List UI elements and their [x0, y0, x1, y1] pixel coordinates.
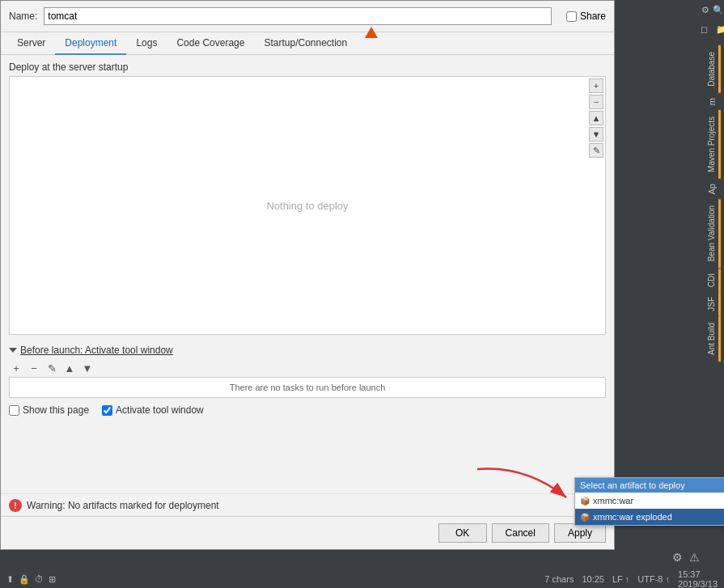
- tab-m[interactable]: m: [705, 93, 721, 110]
- artifact-item-war-exploded[interactable]: 📦 xmmc:war exploded: [575, 509, 724, 525]
- warning-triangle-icon: [365, 27, 378, 38]
- launch-edit-btn[interactable]: ✎: [44, 361, 59, 375]
- status-position: 10:25: [582, 574, 604, 584]
- before-launch-toolbar: + − ✎ ▲ ▼: [9, 359, 606, 377]
- dialog-footer: OK Cancel Apply: [1, 516, 614, 549]
- bottom-warning-icon[interactable]: ⚠: [689, 551, 700, 564]
- sidebar-folder-icon[interactable]: 📁: [714, 23, 725, 36]
- warning-icon: !: [9, 499, 22, 512]
- before-launch-header[interactable]: Before launch: Activate tool window: [9, 341, 606, 359]
- apply-button[interactable]: Apply: [554, 523, 606, 543]
- status-encoding: UTF-8 ↑: [637, 574, 670, 584]
- bottom-icons-area: ⚙ ⚠: [672, 551, 700, 564]
- deploy-edit-btn[interactable]: ✎: [589, 143, 603, 158]
- deploy-section-label: Deploy at the server startup: [9, 61, 606, 73]
- status-up-icon: ⬆: [6, 574, 14, 585]
- share-checkbox[interactable]: [566, 11, 577, 22]
- launch-remove-btn[interactable]: −: [27, 361, 41, 375]
- artifact-war-exploded-icon: 📦: [580, 513, 590, 522]
- launch-down-btn[interactable]: ▼: [80, 361, 95, 375]
- deploy-down-btn[interactable]: ▼: [589, 127, 603, 142]
- show-page-checkbox[interactable]: [9, 405, 19, 416]
- share-area: Share: [566, 11, 606, 22]
- warning-row: ! Warning: No artifacts marked for deplo…: [1, 493, 614, 517]
- deploy-area: Nothing to deploy + − ▲ ▼ ✎: [9, 76, 606, 335]
- bottom-gear-icon[interactable]: ⚙: [672, 551, 683, 564]
- warning-text: Warning: No artifacts marked for deploym…: [27, 500, 219, 511]
- right-sidebar: ⚙ 🔍 ◻ 📁 Database m Maven Projects Ap Bea…: [701, 0, 724, 477]
- artifact-war-label: xmmc:war: [593, 496, 633, 506]
- tab-startup[interactable]: Startup/Connection: [254, 32, 357, 55]
- before-launch-chevron-icon: [9, 348, 17, 353]
- tab-ap[interactable]: Ap: [705, 179, 721, 199]
- status-window-icon: ⊞: [49, 574, 56, 585]
- tab-maven[interactable]: Maven Projects: [705, 110, 721, 179]
- tab-cdi[interactable]: CDI: [705, 269, 721, 292]
- artifact-popup-title: Select an artifact to deploy: [580, 480, 685, 490]
- sidebar-top-icons: ⚙ 🔍: [701, 0, 724, 19]
- content-area: Deploy at the server startup Nothing to …: [1, 55, 614, 425]
- name-row: Name: Share: [1, 1, 614, 32]
- tab-ant-build[interactable]: Ant Build: [705, 316, 721, 362]
- sidebar-settings-icon[interactable]: ⚙: [701, 3, 709, 16]
- sidebar-search-icon[interactable]: 🔍: [713, 3, 724, 16]
- status-bar-right: 7 chars 10:25 LF ↑ UTF-8 ↑ 15:37 2019/3/…: [544, 569, 718, 588]
- tabs-bar: Server Deployment Logs Code Coverage Sta…: [1, 32, 614, 55]
- status-chars: 7 chars: [544, 574, 574, 584]
- tab-database[interactable]: Database: [705, 45, 721, 93]
- name-label: Name:: [9, 11, 37, 22]
- options-row: Show this page Activate tool window: [9, 401, 606, 419]
- tab-logs[interactable]: Logs: [126, 32, 167, 55]
- show-page-item: Show this page: [9, 404, 89, 416]
- run-config-dialog: Name: Share Server Deployment Logs Code …: [0, 0, 615, 550]
- tab-jsf[interactable]: JSF: [705, 292, 721, 316]
- deploy-add-btn[interactable]: +: [589, 78, 603, 93]
- status-lock-icon: 🔒: [19, 574, 30, 585]
- show-page-label: Show this page: [23, 404, 89, 416]
- activate-tool-checkbox[interactable]: [102, 405, 112, 416]
- activate-tool-label: Activate tool window: [116, 404, 204, 416]
- artifact-item-war[interactable]: 📦 xmmc:war: [575, 493, 724, 509]
- vertical-tabs-container: Database m Maven Projects Ap Bean Valida…: [705, 45, 721, 362]
- tasks-area: There are no tasks to run before launch: [9, 377, 606, 398]
- artifact-war-icon: 📦: [580, 497, 590, 506]
- name-input[interactable]: [44, 7, 552, 25]
- artifact-war-exploded-label: xmmc:war exploded: [593, 512, 672, 522]
- tasks-placeholder: There are no tasks to run before launch: [230, 383, 386, 392]
- deploy-placeholder: Nothing to deploy: [266, 200, 348, 212]
- status-bar-left: ⬆ 🔒 ⏱ ⊞: [6, 574, 56, 585]
- tab-code-coverage[interactable]: Code Coverage: [167, 32, 254, 55]
- activate-tool-item: Activate tool window: [102, 404, 204, 416]
- status-timer-icon: ⏱: [35, 574, 44, 584]
- deploy-controls: + − ▲ ▼ ✎: [587, 77, 605, 159]
- tab-deployment[interactable]: Deployment: [55, 32, 126, 55]
- launch-up-btn[interactable]: ▲: [62, 361, 77, 375]
- share-label: Share: [580, 11, 606, 22]
- status-bar: ⬆ 🔒 ⏱ ⊞ 7 chars 10:25 LF ↑ UTF-8 ↑ 15:37…: [0, 570, 724, 588]
- before-launch-label: Before launch: Activate tool window: [20, 345, 173, 356]
- ok-button[interactable]: OK: [438, 523, 487, 543]
- deploy-up-btn[interactable]: ▲: [589, 111, 603, 125]
- tab-server[interactable]: Server: [7, 32, 55, 55]
- artifact-popup-header: Select an artifact to deploy: [575, 478, 724, 493]
- status-time: 15:37 2019/3/13: [678, 569, 718, 588]
- sidebar-window-icon[interactable]: ◻: [697, 23, 712, 36]
- launch-add-btn[interactable]: +: [9, 361, 23, 375]
- deploy-remove-btn[interactable]: −: [589, 95, 603, 109]
- status-line-sep: LF ↑: [612, 574, 629, 584]
- artifact-popup: Select an artifact to deploy 📦 xmmc:war …: [574, 477, 724, 526]
- tab-bean-validation[interactable]: Bean Validation: [705, 199, 721, 268]
- cancel-button[interactable]: Cancel: [492, 523, 549, 543]
